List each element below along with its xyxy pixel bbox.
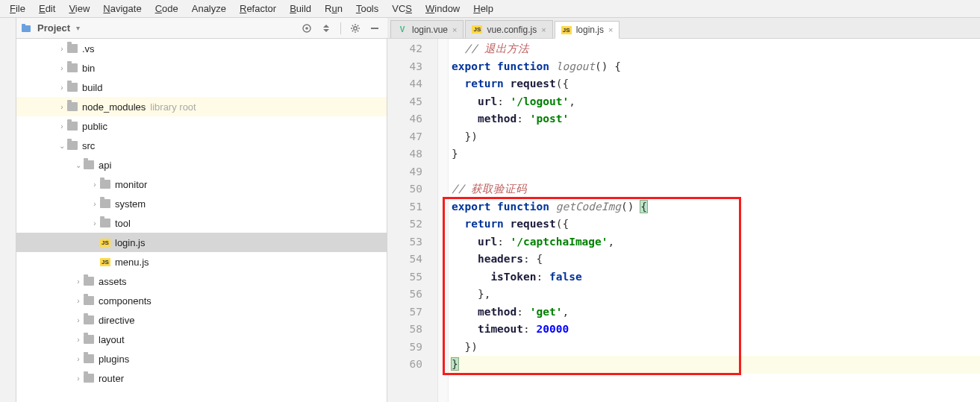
chevron-right-icon[interactable]: ›: [90, 219, 100, 227]
chevron-right-icon[interactable]: ›: [57, 122, 67, 131]
chevron-right-icon[interactable]: ›: [57, 84, 67, 92]
code-line-52[interactable]: return request({: [450, 216, 980, 233]
menu-help[interactable]: Help: [466, 1, 500, 16]
tab-label: login.js: [576, 25, 604, 35]
editor-tab-login-vue[interactable]: Vlogin.vue×: [390, 20, 464, 38]
project-tree[interactable]: ›.vs›bin›build›node_moduleslibrary root›…: [16, 39, 387, 402]
menu-code[interactable]: Code: [149, 1, 185, 16]
menu-tools[interactable]: Tools: [349, 1, 385, 16]
close-icon[interactable]: ×: [608, 25, 613, 34]
menu-window[interactable]: Window: [419, 1, 466, 16]
expand-all-icon[interactable]: [318, 20, 334, 37]
chevron-right-icon[interactable]: ›: [57, 64, 67, 72]
chevron-right-icon[interactable]: ›: [73, 316, 84, 324]
menu-analyze[interactable]: Analyze: [185, 1, 233, 16]
line-number-gutter: 42434445464748495051525354555657585960: [387, 39, 438, 402]
folder-icon: [67, 44, 78, 53]
svg-line-9: [352, 25, 353, 25]
folder-icon: [67, 141, 78, 150]
chevron-right-icon[interactable]: ›: [90, 200, 100, 208]
tree-node-layout[interactable]: ›layout: [16, 330, 387, 349]
tree-node-build[interactable]: ›build: [16, 78, 387, 97]
tree-node--vs[interactable]: ›.vs: [16, 39, 387, 58]
code-line-60[interactable]: }: [450, 356, 980, 374]
code-line-44[interactable]: return request({: [450, 75, 980, 93]
code-line-56[interactable]: },: [450, 286, 980, 304]
tab-label: vue.config.js: [487, 25, 537, 35]
code-line-45[interactable]: url: '/logout',: [450, 93, 980, 111]
chevron-right-icon[interactable]: ›: [73, 277, 84, 286]
tree-node-plugins[interactable]: ›plugins: [16, 349, 387, 368]
chevron-right-icon[interactable]: ›: [73, 355, 84, 363]
chevron-right-icon[interactable]: ›: [90, 180, 100, 189]
tree-label: api: [99, 160, 111, 171]
tree-node-src[interactable]: ⌄src: [16, 136, 387, 155]
chevron-down-icon[interactable]: ▾: [76, 24, 84, 32]
chevron-down-icon[interactable]: ⌄: [73, 161, 84, 169]
code-line-54[interactable]: headers: {: [450, 251, 980, 268]
line-number: 54: [387, 251, 422, 268]
fold-gutter[interactable]: [438, 39, 449, 402]
tree-node-directive[interactable]: ›directive: [16, 310, 387, 330]
code-content[interactable]: // 退出方法export function logout() { return…: [449, 39, 980, 402]
code-line-46[interactable]: method: 'post': [450, 110, 980, 128]
menu-refactor[interactable]: Refactor: [233, 1, 283, 16]
menu-view[interactable]: View: [62, 1, 96, 16]
code-line-55[interactable]: isToken: false: [450, 268, 980, 286]
tree-label: layout: [99, 334, 125, 345]
tree-node-tool[interactable]: ›tool: [16, 213, 387, 233]
chevron-right-icon[interactable]: ›: [73, 297, 84, 305]
folder-icon: [84, 277, 94, 286]
tree-label: src: [82, 140, 95, 151]
code-line-42[interactable]: // 退出方法: [450, 40, 980, 58]
code-editor[interactable]: 42434445464748495051525354555657585960 /…: [387, 39, 980, 402]
code-line-49[interactable]: [450, 163, 980, 181]
close-icon[interactable]: ×: [541, 25, 546, 34]
tree-node-api[interactable]: ⌄api: [16, 155, 387, 175]
tool-window-stripe[interactable]: 1: Project: [0, 18, 16, 39]
code-line-48[interactable]: }: [450, 145, 980, 163]
code-line-53[interactable]: url: '/captchaImage',: [450, 233, 980, 251]
tree-node-components[interactable]: ›components: [16, 291, 387, 310]
chevron-right-icon[interactable]: ›: [73, 374, 84, 383]
project-view-label[interactable]: Project: [34, 22, 73, 34]
tree-node-public[interactable]: ›public: [16, 116, 387, 136]
close-icon[interactable]: ×: [452, 25, 457, 34]
menu-run[interactable]: Run: [318, 1, 349, 16]
tab-label: login.vue: [412, 25, 448, 35]
tree-node-router[interactable]: ›router: [16, 368, 387, 388]
code-line-43[interactable]: export function logout() {: [450, 58, 980, 76]
code-line-58[interactable]: timeout: 20000: [450, 321, 980, 339]
line-number: 60: [387, 356, 422, 374]
menu-file[interactable]: File: [3, 1, 32, 16]
menu-vcs[interactable]: VCS: [385, 1, 419, 16]
chevron-right-icon[interactable]: ›: [73, 336, 84, 344]
menu-edit[interactable]: Edit: [32, 1, 62, 16]
tree-node-system[interactable]: ›system: [16, 194, 387, 213]
editor-tab-login-js[interactable]: JSlogin.js×: [555, 21, 620, 39]
code-line-50[interactable]: // 获取验证码: [450, 180, 980, 198]
editor-tab-vue-config-js[interactable]: JSvue.config.js×: [465, 20, 552, 38]
code-line-59[interactable]: }): [450, 339, 980, 357]
code-line-47[interactable]: }): [450, 128, 980, 146]
tree-node-menu-js[interactable]: JSmenu.js: [16, 252, 387, 271]
tree-node-bin[interactable]: ›bin: [16, 58, 387, 78]
folder-icon: [100, 180, 110, 189]
tree-node-login-js[interactable]: JSlogin.js: [16, 233, 387, 252]
tool-window-stripe-lower: [0, 39, 16, 402]
tree-label: monitor: [115, 179, 147, 190]
menu-build[interactable]: Build: [283, 1, 318, 16]
locate-icon[interactable]: [299, 20, 315, 37]
tree-node-monitor[interactable]: ›monitor: [16, 175, 387, 194]
chevron-right-icon[interactable]: ›: [57, 45, 67, 53]
gear-icon[interactable]: [347, 20, 363, 37]
tree-node-assets[interactable]: ›assets: [16, 271, 387, 291]
hide-icon[interactable]: [366, 20, 383, 37]
menu-navigate[interactable]: Navigate: [96, 1, 148, 16]
chevron-down-icon[interactable]: ⌄: [57, 142, 67, 150]
chevron-right-icon[interactable]: ›: [57, 103, 67, 111]
code-line-51[interactable]: export function getCodeImg() {: [450, 198, 980, 216]
tree-label: bin: [82, 63, 95, 74]
code-line-57[interactable]: method: 'get',: [450, 304, 980, 321]
tree-node-node_modules[interactable]: ›node_moduleslibrary root: [16, 97, 387, 116]
